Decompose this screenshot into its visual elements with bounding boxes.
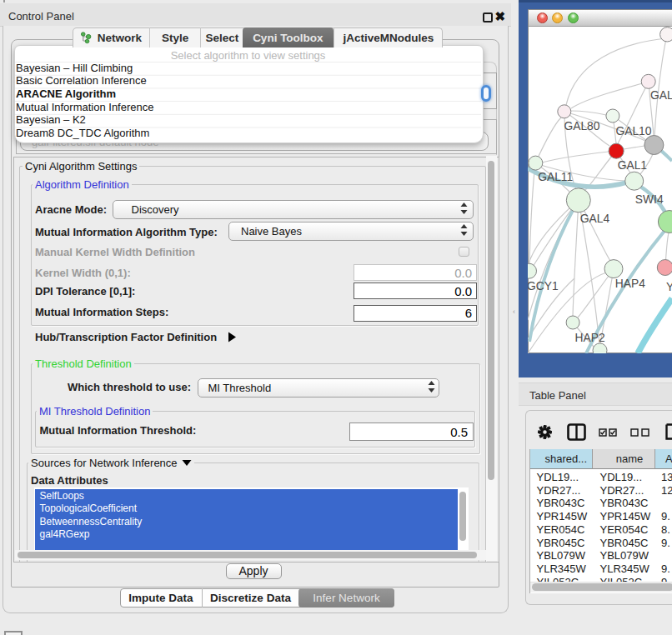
svg-text:GAL10: GAL10 (616, 125, 652, 138)
svg-text:GAL1: GAL1 (618, 159, 647, 172)
svg-text:SWI4: SWI4 (635, 193, 664, 206)
svg-text:GCY1: GCY1 (528, 280, 559, 292)
svg-text:Y: Y (666, 281, 672, 293)
svg-text:GAL4: GAL4 (580, 212, 610, 225)
svg-text:HAP2: HAP2 (575, 332, 605, 344)
svg-text:GAL80: GAL80 (564, 120, 600, 132)
svg-text:HAP4: HAP4 (615, 278, 645, 290)
svg-text:GAL11: GAL11 (538, 171, 573, 183)
svg-text:GAL7: GAL7 (650, 89, 672, 102)
